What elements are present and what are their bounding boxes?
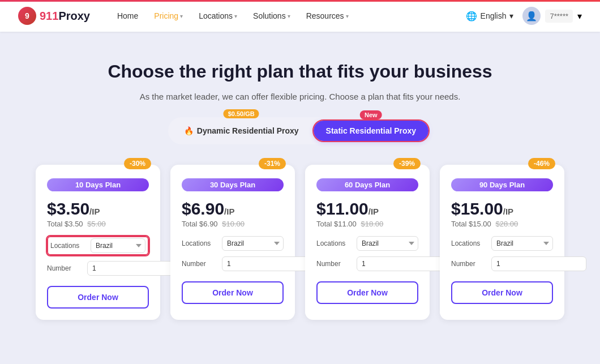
number-label: Number xyxy=(316,260,353,268)
hero-title: Choose the right plan that fits your bus… xyxy=(11,60,589,84)
price-unit: /IP xyxy=(89,207,100,216)
nav-item-resources[interactable]: Resources ▾ xyxy=(299,7,355,25)
location-field-row: Locations Brazil xyxy=(451,236,553,251)
price-total: Total $11.00 $18.00 xyxy=(316,220,418,228)
price-total: Total $3.50 $5.00 xyxy=(47,220,149,228)
tab-price-badge: $0.50/GB xyxy=(224,109,259,118)
discount-badge: -39% xyxy=(393,158,421,169)
original-price: $5.00 xyxy=(87,220,106,228)
quantity-input[interactable] xyxy=(357,256,452,271)
nav-right: 🌐 English ▾ 👤 7***** ▾ xyxy=(466,7,582,25)
chevron-down-icon: ▾ xyxy=(288,13,290,19)
logo[interactable]: 9 911Proxy xyxy=(18,7,90,25)
language-selector[interactable]: 🌐 English ▾ xyxy=(466,11,514,22)
main-content: Choose the right plan that fits your bus… xyxy=(0,32,600,364)
plan-label: 30 Days Plan xyxy=(182,178,284,191)
order-now-button[interactable]: Order Now xyxy=(451,281,553,304)
navbar: 9 911Proxy Home Pricing ▾ Locations ▾ So… xyxy=(0,0,600,32)
discount-badge: -46% xyxy=(528,158,555,169)
logo-text: 911Proxy xyxy=(40,10,90,23)
number-label: Number xyxy=(451,260,488,268)
number-label: Number xyxy=(47,264,84,272)
nav-item-home[interactable]: Home xyxy=(110,7,145,25)
nav-item-pricing[interactable]: Pricing ▾ xyxy=(147,7,190,25)
logo-icon: 9 xyxy=(18,7,36,25)
globe-icon: 🌐 xyxy=(466,11,477,22)
plan-label: 90 Days Plan xyxy=(451,178,553,191)
price-unit: /IP xyxy=(368,207,379,216)
pricing-card-2: -39% 60 Days Plan $11.00/IP Total $11.00… xyxy=(305,165,430,320)
price-unit: /IP xyxy=(224,207,234,216)
pricing-cards: -30% 10 Days Plan $3.50/IP Total $3.50 $… xyxy=(11,165,589,320)
chevron-down-icon: ▾ xyxy=(577,11,582,22)
user-balance: 7***** xyxy=(545,10,573,23)
plan-label: 60 Days Plan xyxy=(316,178,418,191)
tab-dynamic-residential[interactable]: $0.50/GB 🔥 Dynamic Residential Proxy xyxy=(172,121,311,141)
order-now-button[interactable]: Order Now xyxy=(316,281,418,304)
price-main: $6.90/IP xyxy=(182,199,284,219)
nav-item-locations[interactable]: Locations ▾ xyxy=(192,7,244,25)
pricing-card-0: -30% 10 Days Plan $3.50/IP Total $3.50 $… xyxy=(36,165,160,320)
fire-icon: 🔥 xyxy=(184,126,194,135)
chevron-down-icon: ▾ xyxy=(346,13,349,19)
order-now-button[interactable]: Order Now xyxy=(47,286,149,309)
quantity-input[interactable] xyxy=(87,261,182,276)
chevron-down-icon: ▾ xyxy=(234,13,237,19)
tab-new-badge: New xyxy=(360,110,382,119)
locations-label: Locations xyxy=(50,242,87,250)
discount-badge: -30% xyxy=(124,158,151,169)
chevron-down-icon: ▾ xyxy=(180,13,183,19)
pricing-card-1: -31% 30 Days Plan $6.90/IP Total $6.90 $… xyxy=(170,165,295,320)
location-field-row: Locations Brazil xyxy=(316,236,418,251)
location-field-row: Locations Brazil xyxy=(182,236,284,251)
original-price: $18.00 xyxy=(361,220,383,228)
location-select[interactable]: Brazil xyxy=(357,236,418,251)
location-select[interactable]: Brazil xyxy=(222,236,284,251)
plan-label: 10 Days Plan xyxy=(47,178,149,191)
price-total: Total $15.00 $28.00 xyxy=(451,220,553,228)
tab-static-residential[interactable]: New Static Residential Proxy xyxy=(314,121,429,141)
price-main: $15.00/IP xyxy=(451,199,553,219)
price-total: Total $6.90 $10.00 xyxy=(182,220,284,228)
nav-item-solutions[interactable]: Solutions ▾ xyxy=(246,7,297,25)
locations-label: Locations xyxy=(316,239,353,247)
chevron-down-icon: ▾ xyxy=(509,11,513,20)
quantity-input[interactable] xyxy=(222,256,317,271)
quantity-input[interactable] xyxy=(491,256,586,271)
price-unit: /IP xyxy=(503,207,513,216)
price-main: $11.00/IP xyxy=(316,199,418,219)
location-select[interactable]: Brazil xyxy=(91,238,145,253)
order-now-button[interactable]: Order Now xyxy=(182,281,284,304)
location-field-row: Locations Brazil xyxy=(47,236,149,255)
location-select[interactable]: Brazil xyxy=(491,236,553,251)
nav-links: Home Pricing ▾ Locations ▾ Solutions ▾ R… xyxy=(110,7,466,25)
avatar: 👤 xyxy=(522,7,541,25)
quantity-field-row: Number xyxy=(316,256,418,271)
tabs-wrapper: $0.50/GB 🔥 Dynamic Residential Proxy New… xyxy=(11,117,589,144)
original-price: $28.00 xyxy=(495,220,518,228)
quantity-field-row: Number xyxy=(182,256,284,271)
locations-label: Locations xyxy=(182,239,218,247)
quantity-field-row: Number xyxy=(47,261,149,276)
hero-subtitle: As the market leader, we can offer flexi… xyxy=(11,92,589,101)
user-info[interactable]: 👤 7***** ▾ xyxy=(522,7,582,25)
original-price: $10.00 xyxy=(222,220,245,228)
number-label: Number xyxy=(182,260,218,268)
locations-label: Locations xyxy=(451,239,488,247)
discount-badge: -31% xyxy=(259,158,286,169)
pricing-card-3: -46% 90 Days Plan $15.00/IP Total $15.00… xyxy=(440,165,564,320)
price-main: $3.50/IP xyxy=(47,199,149,219)
tabs-container: $0.50/GB 🔥 Dynamic Residential Proxy New… xyxy=(168,117,432,144)
quantity-field-row: Number xyxy=(451,256,553,271)
